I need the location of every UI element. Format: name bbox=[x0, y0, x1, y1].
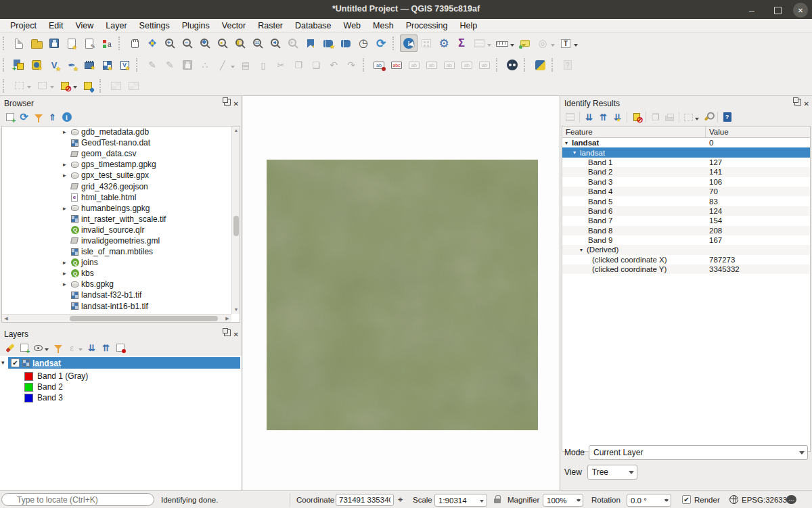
save-project-as-button[interactable] bbox=[63, 34, 81, 52]
new-shapefile-layer-button[interactable] bbox=[45, 56, 63, 74]
browser-collapse-all-button[interactable] bbox=[45, 110, 60, 124]
menu-help[interactable]: Help bbox=[453, 21, 483, 30]
layers-close-icon[interactable] bbox=[233, 329, 239, 339]
zoom-in-button[interactable] bbox=[161, 34, 179, 52]
measure-button[interactable] bbox=[493, 34, 511, 52]
feature-column-header[interactable]: Feature bbox=[562, 126, 706, 137]
expand-arrow-icon[interactable] bbox=[63, 270, 71, 277]
toolbar-drag-handle[interactable] bbox=[3, 37, 7, 50]
layer-collapse-arrow-icon[interactable]: ▾ bbox=[1, 359, 5, 366]
crs-status[interactable]: EPSG:32633 bbox=[742, 496, 787, 504]
browser-item[interactable]: geom_data.csv bbox=[2, 148, 240, 159]
expand-new-results-button[interactable] bbox=[610, 110, 625, 124]
add-group-button[interactable] bbox=[17, 341, 31, 355]
layer-band-item[interactable]: Band 3 bbox=[0, 392, 242, 403]
identify-float-icon[interactable] bbox=[794, 99, 801, 106]
expand-arrow-icon[interactable] bbox=[573, 149, 580, 156]
scale-lock-icon[interactable] bbox=[494, 499, 501, 503]
browser-float-icon[interactable] bbox=[224, 99, 231, 106]
labeling-options-button[interactable] bbox=[370, 56, 388, 74]
layer-band-item[interactable]: Band 2 bbox=[0, 382, 242, 392]
refresh-map-button[interactable] bbox=[372, 34, 390, 52]
view-select[interactable]: Tree bbox=[587, 465, 637, 480]
value-column-header[interactable]: Value bbox=[706, 128, 729, 136]
browser-item[interactable]: grid_4326.geojson bbox=[2, 181, 240, 191]
menu-mesh[interactable]: Mesh bbox=[367, 21, 400, 30]
identify-expand-all-button[interactable] bbox=[582, 110, 596, 124]
new-gpx-layer-button[interactable] bbox=[98, 56, 116, 74]
data-source-manager-button[interactable] bbox=[10, 56, 28, 74]
add-selected-layers-button[interactable] bbox=[3, 110, 17, 124]
zoom-to-selection-button[interactable] bbox=[214, 34, 231, 52]
toolbar-drag-handle[interactable] bbox=[524, 58, 528, 72]
new-geopackage-layer-button[interactable] bbox=[28, 56, 45, 74]
browser-item[interactable]: int_raster_with_scale.tif bbox=[2, 214, 240, 225]
layer-visibility-checkbox[interactable] bbox=[11, 359, 20, 367]
menu-database[interactable]: Database bbox=[289, 21, 338, 30]
open-project-button[interactable] bbox=[28, 34, 45, 52]
identify-row[interactable]: Band 3106 bbox=[562, 177, 810, 187]
identify-features-button[interactable] bbox=[400, 34, 418, 52]
identify-row-selected[interactable]: landsat bbox=[562, 147, 810, 157]
extents-tracking-icon[interactable]: ⌖ bbox=[398, 495, 403, 504]
expand-arrow-icon[interactable] bbox=[63, 172, 71, 179]
browser-item[interactable]: invalid_source.qlr bbox=[2, 225, 240, 235]
scale-combobox[interactable]: 1:90314 bbox=[434, 494, 487, 507]
expand-arrow-icon[interactable] bbox=[580, 247, 587, 253]
browser-item[interactable]: gpx_test_suite.gpx bbox=[2, 170, 240, 181]
menu-vector[interactable]: Vector bbox=[216, 21, 252, 30]
toolbar-drag-handle[interactable] bbox=[551, 58, 556, 72]
identify-row[interactable]: landsat0 bbox=[562, 138, 810, 147]
layers-tree[interactable]: ▾ landsat Band 1 (Gray) Band 2 Band 3 bbox=[0, 356, 242, 490]
browser-item[interactable]: isle_of_man.mbtiles bbox=[2, 246, 240, 257]
menu-processing[interactable]: Processing bbox=[400, 21, 454, 30]
new-spatialite-layer-button[interactable] bbox=[63, 56, 81, 74]
layers-float-icon[interactable] bbox=[224, 329, 231, 336]
browser-item[interactable]: landsat-f32-b1.tif bbox=[2, 290, 240, 300]
clear-results-button[interactable] bbox=[629, 110, 644, 124]
menu-edit[interactable]: Edit bbox=[43, 21, 70, 30]
browser-properties-button[interactable] bbox=[60, 110, 74, 124]
text-annotation-button[interactable] bbox=[557, 34, 574, 52]
toolbar-drag-handle[interactable] bbox=[118, 37, 122, 50]
browser-horizontal-scrollbar[interactable]: ◀▶ bbox=[2, 314, 231, 322]
toolbar-drag-handle[interactable] bbox=[3, 79, 7, 93]
browser-item[interactable]: humanbeings.gpkg bbox=[2, 203, 240, 214]
new-bookmark-button[interactable] bbox=[302, 34, 319, 52]
map-canvas[interactable] bbox=[243, 96, 560, 490]
toolbar-drag-handle[interactable] bbox=[363, 58, 367, 72]
pan-map-button[interactable] bbox=[126, 34, 143, 52]
menu-settings[interactable]: Settings bbox=[133, 21, 176, 30]
browser-item[interactable]: GeodTest-nano.dat bbox=[2, 137, 240, 148]
coordinate-input[interactable] bbox=[336, 494, 394, 506]
pan-to-selection-button[interactable] bbox=[143, 34, 161, 52]
deselect-features-button[interactable] bbox=[56, 77, 74, 95]
menu-view[interactable]: View bbox=[69, 21, 99, 30]
layout-manager-button[interactable] bbox=[81, 34, 98, 52]
toolbar-drag-handle[interactable] bbox=[136, 58, 140, 72]
menu-layer[interactable]: Layer bbox=[99, 21, 133, 30]
browser-item[interactable]: kbs.gpkg bbox=[2, 279, 240, 290]
scrollbar-thumb[interactable] bbox=[233, 216, 239, 236]
layer-item-landsat[interactable]: landsat bbox=[8, 357, 240, 369]
layers-collapse-all-button[interactable] bbox=[99, 341, 113, 355]
identify-help-button[interactable] bbox=[720, 110, 734, 124]
browser-item[interactable]: gps_timestamp.gpkg bbox=[2, 159, 240, 170]
identify-row[interactable]: Band 9167 bbox=[562, 235, 810, 245]
browser-refresh-button[interactable] bbox=[17, 110, 31, 124]
render-checkbox[interactable] bbox=[682, 495, 691, 504]
temporal-controller-button[interactable] bbox=[355, 34, 372, 52]
python-console-button[interactable] bbox=[531, 56, 549, 74]
browser-item[interactable]: gdb_metadata.gdb bbox=[2, 126, 240, 137]
expand-arrow-icon[interactable] bbox=[63, 161, 71, 168]
magnifier-spinbox[interactable]: 100% bbox=[543, 494, 583, 507]
zoom-last-button[interactable] bbox=[267, 34, 284, 52]
manage-map-themes-button[interactable] bbox=[31, 341, 45, 355]
browser-item[interactable]: landsat-int16-b1.tif bbox=[2, 301, 240, 312]
rotation-spinbox[interactable]: 0.0 ° bbox=[627, 494, 671, 507]
zoom-to-layer-button[interactable] bbox=[231, 34, 249, 52]
remove-layer-button[interactable] bbox=[113, 341, 127, 355]
filter-legend-button[interactable] bbox=[51, 341, 65, 355]
identify-row[interactable]: Band 6124 bbox=[562, 206, 810, 216]
menu-project[interactable]: Project bbox=[4, 21, 43, 30]
